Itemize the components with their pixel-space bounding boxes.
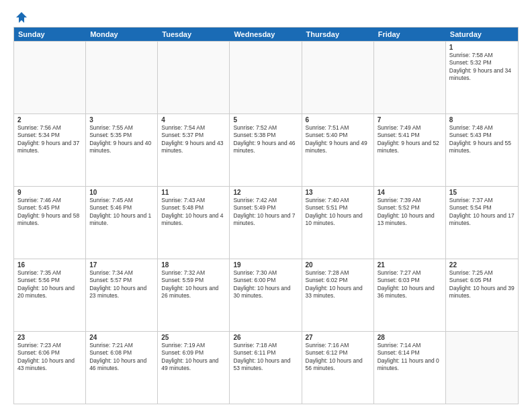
calendar-cell xyxy=(302,42,374,113)
day-info: Sunrise: 7:42 AM Sunset: 5:49 PM Dayligh… xyxy=(233,197,298,228)
calendar-cell: 21Sunrise: 7:27 AM Sunset: 6:03 PM Dayli… xyxy=(374,259,446,331)
calendar-cell: 11Sunrise: 7:43 AM Sunset: 5:48 PM Dayli… xyxy=(158,187,230,259)
day-info: Sunrise: 7:28 AM Sunset: 6:02 PM Dayligh… xyxy=(306,269,370,300)
day-number: 6 xyxy=(306,116,370,124)
calendar: SundayMondayTuesdayWednesdayThursdayFrid… xyxy=(13,27,519,404)
day-number: 24 xyxy=(89,334,154,341)
calendar-cell: 3Sunrise: 7:55 AM Sunset: 5:35 PM Daylig… xyxy=(86,114,158,186)
calendar-cell: 15Sunrise: 7:37 AM Sunset: 5:54 PM Dayli… xyxy=(446,187,518,259)
header xyxy=(13,11,519,21)
day-info: Sunrise: 7:23 AM Sunset: 6:06 PM Dayligh… xyxy=(17,342,82,373)
calendar-row-2: 2Sunrise: 7:56 AM Sunset: 5:34 PM Daylig… xyxy=(14,113,518,186)
day-number: 16 xyxy=(17,261,82,269)
calendar-cell xyxy=(230,42,302,113)
day-info: Sunrise: 7:34 AM Sunset: 5:57 PM Dayligh… xyxy=(89,269,154,300)
day-number: 8 xyxy=(449,116,515,124)
weekday-header-friday: Friday xyxy=(374,28,446,41)
day-info: Sunrise: 7:32 AM Sunset: 5:59 PM Dayligh… xyxy=(161,269,226,300)
calendar-cell xyxy=(446,332,518,404)
logo xyxy=(13,11,28,21)
day-info: Sunrise: 7:52 AM Sunset: 5:38 PM Dayligh… xyxy=(233,124,298,155)
day-info: Sunrise: 7:55 AM Sunset: 5:35 PM Dayligh… xyxy=(89,124,154,155)
day-number: 9 xyxy=(17,189,82,196)
calendar-cell: 4Sunrise: 7:54 AM Sunset: 5:37 PM Daylig… xyxy=(158,114,230,186)
day-info: Sunrise: 7:49 AM Sunset: 5:41 PM Dayligh… xyxy=(378,124,442,155)
calendar-cell: 17Sunrise: 7:34 AM Sunset: 5:57 PM Dayli… xyxy=(86,259,158,331)
day-number: 27 xyxy=(306,334,370,341)
calendar-cell: 14Sunrise: 7:39 AM Sunset: 5:52 PM Dayli… xyxy=(374,187,446,259)
weekday-header-thursday: Thursday xyxy=(302,28,374,41)
day-number: 18 xyxy=(161,261,226,269)
day-number: 26 xyxy=(233,334,298,341)
logo-icon xyxy=(15,11,28,24)
day-number: 21 xyxy=(378,261,442,269)
weekday-header-wednesday: Wednesday xyxy=(230,28,302,41)
day-info: Sunrise: 7:46 AM Sunset: 5:45 PM Dayligh… xyxy=(17,197,82,228)
calendar-row-4: 16Sunrise: 7:35 AM Sunset: 5:56 PM Dayli… xyxy=(14,259,518,331)
day-info: Sunrise: 7:25 AM Sunset: 6:05 PM Dayligh… xyxy=(449,269,515,300)
day-info: Sunrise: 7:16 AM Sunset: 6:12 PM Dayligh… xyxy=(306,342,370,373)
day-info: Sunrise: 7:40 AM Sunset: 5:51 PM Dayligh… xyxy=(306,197,370,228)
calendar-cell: 16Sunrise: 7:35 AM Sunset: 5:56 PM Dayli… xyxy=(14,259,86,331)
day-info: Sunrise: 7:43 AM Sunset: 5:48 PM Dayligh… xyxy=(161,197,226,228)
day-number: 7 xyxy=(378,116,442,124)
day-info: Sunrise: 7:45 AM Sunset: 5:46 PM Dayligh… xyxy=(89,197,154,228)
calendar-cell xyxy=(14,42,86,113)
calendar-cell: 8Sunrise: 7:48 AM Sunset: 5:43 PM Daylig… xyxy=(446,114,518,186)
day-number: 25 xyxy=(161,334,226,341)
day-number: 11 xyxy=(161,189,226,196)
day-info: Sunrise: 7:18 AM Sunset: 6:11 PM Dayligh… xyxy=(233,342,298,373)
calendar-cell: 19Sunrise: 7:30 AM Sunset: 6:00 PM Dayli… xyxy=(230,259,302,331)
calendar-cell: 28Sunrise: 7:14 AM Sunset: 6:14 PM Dayli… xyxy=(374,332,446,404)
calendar-body: 1Sunrise: 7:58 AM Sunset: 5:32 PM Daylig… xyxy=(14,41,518,404)
calendar-cell: 18Sunrise: 7:32 AM Sunset: 5:59 PM Dayli… xyxy=(158,259,230,331)
calendar-cell: 6Sunrise: 7:51 AM Sunset: 5:40 PM Daylig… xyxy=(302,114,374,186)
weekday-header-saturday: Saturday xyxy=(446,28,518,41)
day-info: Sunrise: 7:35 AM Sunset: 5:56 PM Dayligh… xyxy=(17,269,82,300)
day-info: Sunrise: 7:54 AM Sunset: 5:37 PM Dayligh… xyxy=(161,124,226,155)
day-info: Sunrise: 7:14 AM Sunset: 6:14 PM Dayligh… xyxy=(378,342,442,373)
day-number: 12 xyxy=(233,189,298,196)
calendar-cell xyxy=(374,42,446,113)
day-number: 2 xyxy=(17,116,82,124)
day-number: 13 xyxy=(306,189,370,196)
calendar-cell: 9Sunrise: 7:46 AM Sunset: 5:45 PM Daylig… xyxy=(14,187,86,259)
page: SundayMondayTuesdayWednesdayThursdayFrid… xyxy=(0,0,532,411)
calendar-cell: 25Sunrise: 7:19 AM Sunset: 6:09 PM Dayli… xyxy=(158,332,230,404)
calendar-cell: 2Sunrise: 7:56 AM Sunset: 5:34 PM Daylig… xyxy=(14,114,86,186)
day-number: 14 xyxy=(378,189,442,196)
day-number: 15 xyxy=(449,189,515,196)
calendar-cell xyxy=(158,42,230,113)
day-info: Sunrise: 7:39 AM Sunset: 5:52 PM Dayligh… xyxy=(378,197,442,228)
calendar-cell: 24Sunrise: 7:21 AM Sunset: 6:08 PM Dayli… xyxy=(86,332,158,404)
day-info: Sunrise: 7:56 AM Sunset: 5:34 PM Dayligh… xyxy=(17,124,82,155)
calendar-row-1: 1Sunrise: 7:58 AM Sunset: 5:32 PM Daylig… xyxy=(14,41,518,113)
svg-marker-0 xyxy=(16,12,27,23)
weekday-header-tuesday: Tuesday xyxy=(158,28,230,41)
day-info: Sunrise: 7:30 AM Sunset: 6:00 PM Dayligh… xyxy=(233,269,298,300)
calendar-cell: 13Sunrise: 7:40 AM Sunset: 5:51 PM Dayli… xyxy=(302,187,374,259)
day-info: Sunrise: 7:19 AM Sunset: 6:09 PM Dayligh… xyxy=(161,342,226,373)
day-number: 5 xyxy=(233,116,298,124)
day-number: 3 xyxy=(89,116,154,124)
calendar-cell: 1Sunrise: 7:58 AM Sunset: 5:32 PM Daylig… xyxy=(446,42,518,113)
calendar-cell: 10Sunrise: 7:45 AM Sunset: 5:46 PM Dayli… xyxy=(86,187,158,259)
calendar-cell: 23Sunrise: 7:23 AM Sunset: 6:06 PM Dayli… xyxy=(14,332,86,404)
day-number: 1 xyxy=(449,44,515,51)
calendar-row-5: 23Sunrise: 7:23 AM Sunset: 6:06 PM Dayli… xyxy=(14,331,518,404)
day-number: 20 xyxy=(306,261,370,269)
day-number: 28 xyxy=(378,334,442,341)
calendar-cell: 7Sunrise: 7:49 AM Sunset: 5:41 PM Daylig… xyxy=(374,114,446,186)
day-number: 22 xyxy=(449,261,515,269)
day-info: Sunrise: 7:58 AM Sunset: 5:32 PM Dayligh… xyxy=(449,52,515,83)
day-info: Sunrise: 7:51 AM Sunset: 5:40 PM Dayligh… xyxy=(306,124,370,155)
day-number: 23 xyxy=(17,334,82,341)
calendar-cell: 20Sunrise: 7:28 AM Sunset: 6:02 PM Dayli… xyxy=(302,259,374,331)
calendar-cell: 5Sunrise: 7:52 AM Sunset: 5:38 PM Daylig… xyxy=(230,114,302,186)
day-info: Sunrise: 7:48 AM Sunset: 5:43 PM Dayligh… xyxy=(449,124,515,155)
calendar-cell: 26Sunrise: 7:18 AM Sunset: 6:11 PM Dayli… xyxy=(230,332,302,404)
day-number: 17 xyxy=(89,261,154,269)
day-number: 19 xyxy=(233,261,298,269)
day-number: 4 xyxy=(161,116,226,124)
calendar-cell: 27Sunrise: 7:16 AM Sunset: 6:12 PM Dayli… xyxy=(302,332,374,404)
